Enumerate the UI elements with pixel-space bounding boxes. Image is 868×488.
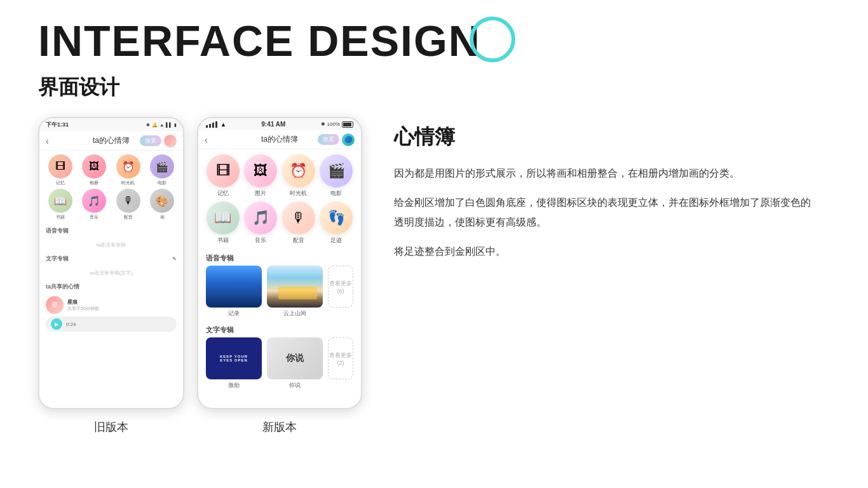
old-icon-memory[interactable]: 🎞 记忆 bbox=[44, 154, 76, 186]
new-audio-see-more[interactable]: 查看更多 (6) bbox=[328, 266, 353, 308]
desc-para-3: 将足迹整合到金刚区中。 bbox=[394, 242, 817, 261]
wifi-icon: ▲ bbox=[159, 123, 164, 127]
new-nav-bar: ‹ ta的心情簿 放宽 🔵 bbox=[198, 130, 361, 149]
old-label-book: 书籍 bbox=[56, 214, 65, 220]
new-icon-circle-time: ⏰ bbox=[282, 154, 315, 187]
old-version-container: 下午1:31 ✱ 🔔 ▲ ▌▌ ▮ ‹ ta的心情簿 bbox=[38, 117, 184, 435]
old-shared-time: 共享于20分钟前 bbox=[67, 306, 177, 312]
new-text-see-more[interactable]: 查看更多 (2) bbox=[328, 337, 353, 379]
title-circle-decoration bbox=[470, 17, 515, 62]
new-text-more-text: 查看更多 bbox=[329, 351, 352, 360]
subtitle-cn: 界面设计 bbox=[38, 74, 830, 102]
new-phone-frame: ▲ 9:41 AM ✱ 100% ‹ bbox=[197, 117, 362, 409]
desc-para-1: 因为都是用图片的形式展示，所以将画和相册整合，在相册内增加画的分类。 bbox=[394, 164, 817, 183]
new-version-label: 新版本 bbox=[262, 419, 297, 435]
old-icon-circle-album: 🖼 bbox=[82, 154, 106, 179]
old-edit-icon[interactable]: ✎ bbox=[172, 256, 177, 262]
page-container: INTERFACE DESIGN 界面设计 下午1:31 ✱ 🔔 ▲ ▌▌ bbox=[0, 0, 868, 454]
old-shared-title: ta共享的心情 bbox=[46, 283, 79, 291]
new-label-footprint: 足迹 bbox=[330, 236, 342, 245]
old-icon-circle-dub: 🎙 bbox=[116, 189, 140, 213]
new-thumb-label-mountain: 云上山间 bbox=[283, 309, 306, 318]
new-text-title: 文字专辑 bbox=[206, 326, 234, 334]
old-shared-item: 星 星痕 共享于20分钟前 bbox=[46, 296, 177, 314]
new-icon-footprint[interactable]: 👣 足迹 bbox=[320, 201, 354, 245]
new-icon-album[interactable]: 🖼 图片 bbox=[244, 154, 278, 198]
new-icon-music[interactable]: 🎵 音乐 bbox=[244, 201, 278, 245]
new-thumb-label-激励: 激励 bbox=[228, 381, 240, 390]
new-thumb-mountain bbox=[267, 266, 323, 308]
new-icon-circle-album: 🖼 bbox=[244, 154, 277, 187]
new-icon-circle-book: 📖 bbox=[207, 201, 240, 234]
old-audio-title: 语音专辑 bbox=[46, 227, 69, 235]
new-icon-dub[interactable]: 🎙 配音 bbox=[281, 201, 316, 245]
old-icon-grid: 🎞 记忆 🖼 相册 ⏰ 时光机 🎬 电影 bbox=[39, 151, 183, 224]
new-icon-circle-memory: 🎞 bbox=[207, 154, 240, 187]
old-icon-book[interactable]: 📖 书籍 bbox=[44, 189, 76, 220]
page-title: INTERFACE DESIGN bbox=[38, 19, 515, 62]
main-content: 下午1:31 ✱ 🔔 ▲ ▌▌ ▮ ‹ ta的心情簿 bbox=[38, 117, 830, 435]
new-icon-book[interactable]: 📖 书籍 bbox=[206, 201, 240, 245]
new-label-album: 图片 bbox=[255, 189, 266, 198]
old-audio-section-header: 语音专辑 bbox=[39, 224, 183, 238]
new-thumb-label-waterfall: 记录 bbox=[228, 309, 240, 318]
old-icon-dub[interactable]: 🎙 配音 bbox=[112, 189, 144, 220]
old-play-btn[interactable]: ▶ bbox=[51, 318, 62, 330]
old-label-album: 相册 bbox=[90, 180, 98, 186]
old-shared-name: 星痕 bbox=[67, 299, 177, 306]
old-icon-circle-time: ⏰ bbox=[116, 154, 140, 179]
new-nav-btn[interactable]: 放宽 bbox=[318, 134, 339, 145]
new-icon-movie[interactable]: 🎬 电影 bbox=[320, 154, 354, 198]
old-shared-section: 星 星痕 共享于20分钟前 ▶ 0:24 bbox=[39, 294, 183, 334]
old-label-dub: 配音 bbox=[124, 214, 133, 220]
bluetooth-new-icon: ✱ bbox=[321, 121, 325, 127]
new-avatar: 🔵 bbox=[342, 133, 355, 146]
new-text-section-header: 文字专辑 bbox=[198, 322, 361, 337]
new-audio-item-mountain[interactable]: 云上山间 bbox=[267, 266, 323, 318]
old-icon-paint[interactable]: 🎨 画 bbox=[147, 189, 179, 220]
old-back-btn[interactable]: ‹ bbox=[46, 136, 49, 146]
desc-para-2: 给金刚区增加了白色圆角底座，使得图标区块的表现更立体，并在图标外框增加了原渐变色… bbox=[394, 193, 817, 232]
old-status-bar: 下午1:31 ✱ 🔔 ▲ ▌▌ ▮ bbox=[39, 118, 183, 132]
new-audio-more-text: 查看更多 bbox=[329, 280, 352, 288]
old-nav-title: ta的心情簿 bbox=[93, 135, 130, 146]
old-time: 下午1:31 bbox=[46, 121, 69, 129]
old-icon-time[interactable]: ⏰ 时光机 bbox=[112, 154, 144, 186]
old-text-empty: ta还没有专辑(文字) bbox=[39, 266, 183, 280]
new-icon-time[interactable]: ⏰ 时光机 bbox=[281, 154, 316, 198]
old-audio-player[interactable]: ▶ 0:24 bbox=[46, 316, 177, 332]
old-icon-circle-book: 📖 bbox=[48, 189, 72, 213]
new-audio-item-waterfall[interactable]: 记录 bbox=[206, 266, 262, 318]
new-audio-title: 语音专辑 bbox=[206, 254, 234, 262]
title-text: INTERFACE DESIGN bbox=[38, 19, 481, 62]
new-icon-memory[interactable]: 🎞 记忆 bbox=[206, 154, 240, 198]
battery-pct: 100% bbox=[327, 121, 340, 127]
battery-fill bbox=[343, 123, 351, 126]
new-version-container: ▲ 9:41 AM ✱ 100% ‹ bbox=[197, 117, 362, 435]
new-icon-circle-dub: 🎙 bbox=[282, 201, 315, 234]
old-icon-circle-music: 🎵 bbox=[82, 189, 106, 213]
new-thumb-keepeyes: KEEP YOUR EYES OPEN bbox=[206, 337, 262, 379]
new-status-bar: ▲ 9:41 AM ✱ 100% bbox=[198, 118, 361, 130]
old-status-icons: ✱ 🔔 ▲ ▌▌ ▮ bbox=[146, 123, 177, 128]
new-nav-actions: 放宽 🔵 bbox=[318, 133, 355, 146]
old-nav-btn[interactable]: 放置 bbox=[140, 135, 161, 146]
new-audio-row: 记录 云上山间 查看更多 (6) bbox=[198, 266, 361, 322]
new-signal-icon: ▲ bbox=[206, 121, 226, 128]
old-label-memory: 记忆 bbox=[56, 180, 65, 186]
old-text-title: 文字专辑 bbox=[46, 255, 69, 263]
new-thumb-label-你说: 你说 bbox=[289, 381, 301, 390]
desc-title: 心情簿 bbox=[394, 123, 817, 151]
new-text-item-你说[interactable]: 你说 你说 bbox=[267, 337, 323, 390]
new-battery: ✱ 100% bbox=[321, 121, 353, 128]
old-nav-bar: ‹ ta的心情簿 放置 bbox=[39, 132, 183, 151]
old-icon-circle-movie: 🎬 bbox=[150, 154, 174, 179]
new-label-time: 时光机 bbox=[290, 189, 307, 198]
old-icon-music[interactable]: 🎵 音乐 bbox=[79, 189, 111, 220]
new-back-btn[interactable]: ‹ bbox=[205, 135, 208, 145]
new-text-item-激励[interactable]: KEEP YOUR EYES OPEN 激励 bbox=[206, 337, 262, 390]
bell-icon: 🔔 bbox=[152, 123, 158, 128]
old-label-movie: 电影 bbox=[158, 180, 166, 186]
old-icon-movie[interactable]: 🎬 电影 bbox=[147, 154, 179, 186]
old-icon-album[interactable]: 🖼 相册 bbox=[79, 154, 111, 186]
